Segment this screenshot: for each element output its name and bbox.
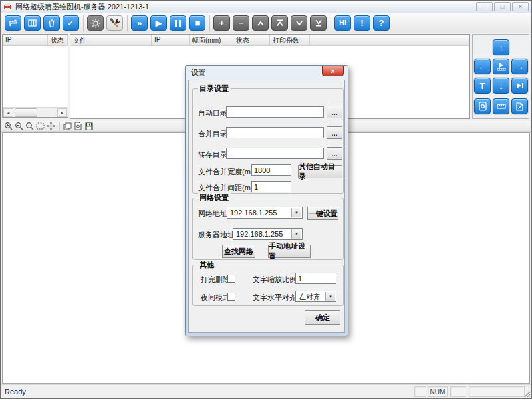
queue-col-ip[interactable]: IP [152, 35, 190, 45]
auto-dir-input[interactable] [226, 106, 324, 118]
maximize-button[interactable]: □ [494, 2, 511, 11]
chevron-down-icon[interactable]: ▼ [325, 292, 335, 301]
toolbar-separator [83, 15, 84, 31]
pad-right-button[interactable]: → [511, 59, 528, 74]
ok-button[interactable]: 确定 [305, 310, 340, 325]
play-ruler-icon [497, 62, 506, 71]
server-address-combo[interactable]: 192.168.1.255 ▼ [233, 228, 303, 240]
delete-after-print-checkbox[interactable] [227, 275, 235, 283]
queue-col-copies[interactable]: 打印份数 [270, 35, 310, 45]
pan-move-button[interactable] [46, 122, 56, 131]
preview-button[interactable] [73, 122, 83, 131]
merge-dir-input[interactable] [226, 127, 324, 138]
magnifier-icon [25, 122, 34, 130]
text-align-combo[interactable]: 左对齐 ▼ [295, 291, 336, 302]
move-icon [47, 122, 55, 130]
one-key-setup-button[interactable]: 一键设置 [307, 207, 338, 220]
clients-col-status[interactable]: 状态 [48, 35, 68, 45]
tools-icon [110, 18, 120, 28]
scroll-thumb[interactable] [15, 108, 37, 117]
clients-col-ip[interactable]: IP [3, 35, 48, 45]
network-settings-group: 网络设置 网络地址: 192.168.1.255 ▼ 一键设置 服务器地址: 1… [192, 198, 344, 260]
text-scale-input[interactable] [295, 273, 336, 284]
columns-view-button[interactable] [24, 15, 41, 31]
pad-up-button[interactable]: ↑ [493, 39, 509, 55]
select-region-button[interactable] [35, 122, 45, 131]
titlebar[interactable]: 网络超级喷墨绘图机-服务器 2021-1213-1 — □ × [1, 1, 531, 13]
clients-hscrollbar[interactable]: ◄ ► [3, 107, 68, 117]
queue-col-width[interactable]: 幅面(mm) [190, 35, 233, 45]
increase-button[interactable]: + [213, 15, 230, 31]
alert-button[interactable]: ! [354, 15, 370, 31]
pad-text-button[interactable]: T [474, 78, 491, 94]
merge-dir-browse-button[interactable]: ... [327, 126, 342, 139]
zoom-out-button[interactable] [14, 122, 24, 131]
pause-button[interactable] [170, 15, 186, 31]
clients-list[interactable] [3, 46, 68, 106]
fast-forward-button[interactable]: » [131, 15, 148, 31]
pad-ruler-button[interactable] [493, 98, 509, 114]
find-network-button[interactable]: 查找网络 [222, 245, 255, 258]
manual-address-button[interactable]: 手动地址设置 [268, 245, 311, 258]
move-up-button[interactable] [252, 15, 269, 31]
scroll-left-icon[interactable]: ◄ [3, 108, 13, 117]
pad-nozzle-button[interactable] [474, 98, 491, 114]
move-down-button[interactable] [291, 15, 307, 31]
gear-button[interactable] [87, 15, 104, 31]
stop-button[interactable]: ■ [189, 15, 205, 31]
zoom-fit-button[interactable] [25, 122, 35, 131]
queue-col-status[interactable]: 状态 [233, 35, 270, 45]
zoom-out-icon [15, 122, 23, 130]
chevron-down-icon[interactable]: ▼ [291, 229, 301, 239]
pad-left-button[interactable]: ← [474, 59, 491, 74]
pad-print-test-button[interactable] [493, 59, 509, 74]
open-file-button[interactable] [5, 15, 21, 31]
other-settings-legend: 其他 [198, 260, 216, 270]
server-address-value: 192.168.1.255 [236, 230, 283, 238]
delete-button[interactable] [43, 15, 60, 31]
columns-icon [28, 19, 37, 27]
move-bottom-button[interactable] [310, 15, 327, 31]
open-folder-icon [9, 19, 18, 27]
merge-width-input[interactable] [251, 164, 291, 176]
close-button[interactable]: × [512, 2, 529, 11]
app-icon [3, 3, 12, 11]
control-pad: ↑ ← → T ↓ [472, 34, 529, 119]
hi-button[interactable]: Hi [334, 15, 351, 31]
scroll-right-icon[interactable]: ► [57, 108, 67, 117]
merge-gap-input[interactable] [251, 181, 291, 192]
transfer-dir-input[interactable] [226, 148, 324, 159]
delete-after-print-label: 打完删除 [201, 275, 230, 285]
dialog-close-button[interactable]: × [322, 66, 344, 76]
auto-dir-browse-button[interactable]: ... [327, 106, 342, 118]
minimize-button[interactable]: — [476, 2, 493, 11]
pad-page-edit-button[interactable] [511, 98, 528, 114]
chevron-down-icon[interactable]: ▼ [291, 208, 301, 217]
text-align-value: 左对齐 [299, 292, 321, 302]
help-button[interactable]: ? [373, 15, 390, 31]
night-mode-checkbox[interactable] [227, 293, 235, 301]
dialog-titlebar[interactable]: 设置 × [186, 66, 348, 79]
move-top-button[interactable] [271, 15, 288, 31]
nozzle-check-icon [479, 102, 487, 111]
pad-skip-end-button[interactable] [511, 78, 528, 94]
directory-settings-group: 目录设置 自动目录 ... 合并目录 ... 转存目录 ... 文件合并宽度(m… [192, 88, 344, 194]
queue-col-file[interactable]: 文件 [70, 35, 152, 45]
network-address-combo[interactable]: 192.168.1.255 ▼ [227, 207, 303, 219]
play-button[interactable]: ▶ [150, 15, 167, 31]
other-auto-dir-button[interactable]: 其他自动目录 [298, 165, 342, 178]
settings-tools-button[interactable] [106, 15, 123, 31]
decrease-button[interactable]: − [233, 15, 249, 31]
pad-down-button[interactable]: ↓ [493, 78, 509, 94]
network-address-label: 网络地址: [198, 209, 229, 219]
copy-page-button[interactable] [63, 122, 72, 131]
main-toolbar: ✓ » ▶ ■ + − Hi ! ? [1, 13, 531, 33]
save-button[interactable] [84, 122, 94, 131]
chevron-up-icon [257, 21, 265, 26]
transfer-dir-browse-button[interactable]: ... [327, 147, 342, 160]
app-window: 网络超级喷墨绘图机-服务器 2021-1213-1 — □ × ✓ » ▶ ■ … [0, 0, 532, 399]
zoom-in-button[interactable] [3, 122, 13, 131]
resize-grip[interactable] [523, 390, 531, 398]
confirm-button[interactable]: ✓ [63, 15, 79, 31]
auto-dir-label: 自动目录 [198, 108, 227, 118]
